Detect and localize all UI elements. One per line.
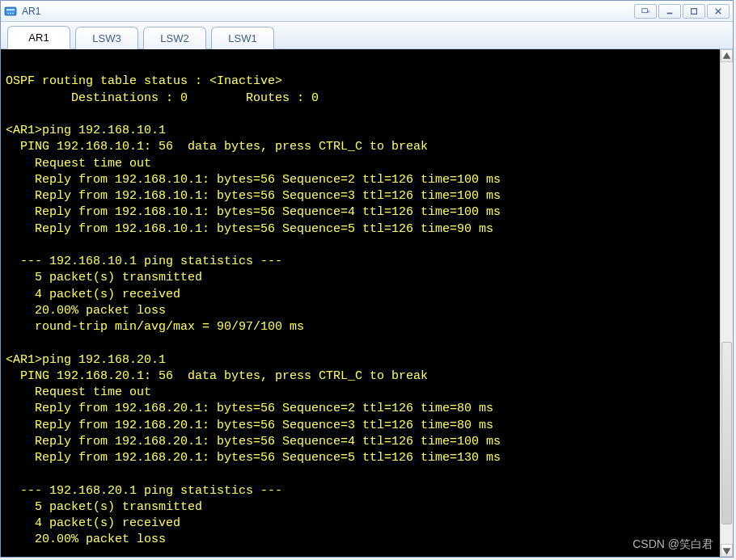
maximize-button[interactable] (683, 4, 705, 19)
titlebar: AR1 (1, 1, 733, 22)
titlebar-buttons (632, 4, 730, 19)
scroll-thumb[interactable] (721, 342, 732, 524)
scroll-track[interactable] (721, 62, 733, 544)
tab-lsw2[interactable]: LSW2 (143, 27, 206, 49)
svg-point-3 (10, 12, 11, 14)
tabstrip: AR1 LSW3 LSW2 LSW1 (1, 22, 733, 49)
scroll-down-button[interactable] (721, 544, 733, 557)
scroll-up-button[interactable] (721, 49, 733, 62)
svg-rect-1 (6, 9, 15, 11)
tab-lsw3[interactable]: LSW3 (75, 27, 138, 49)
terminal-output[interactable]: OSPF routing table status : <Inactive> D… (1, 49, 720, 557)
scrollbar (720, 49, 733, 557)
terminal-area: OSPF routing table status : <Inactive> D… (1, 49, 733, 557)
tab-lsw1[interactable]: LSW1 (211, 27, 274, 49)
tab-ar1[interactable]: AR1 (7, 26, 70, 49)
options-button[interactable] (634, 4, 657, 19)
window-title: AR1 (22, 6, 632, 17)
minimize-button[interactable] (658, 4, 681, 19)
app-icon (4, 5, 17, 18)
svg-rect-5 (642, 8, 648, 12)
svg-rect-7 (692, 8, 697, 14)
app-window: AR1 AR1 LSW3 LSW2 LSW1 OSPF routing tabl… (0, 0, 734, 558)
svg-rect-0 (5, 7, 16, 15)
svg-point-4 (12, 12, 14, 14)
svg-point-2 (7, 12, 9, 14)
close-button[interactable] (707, 4, 730, 19)
